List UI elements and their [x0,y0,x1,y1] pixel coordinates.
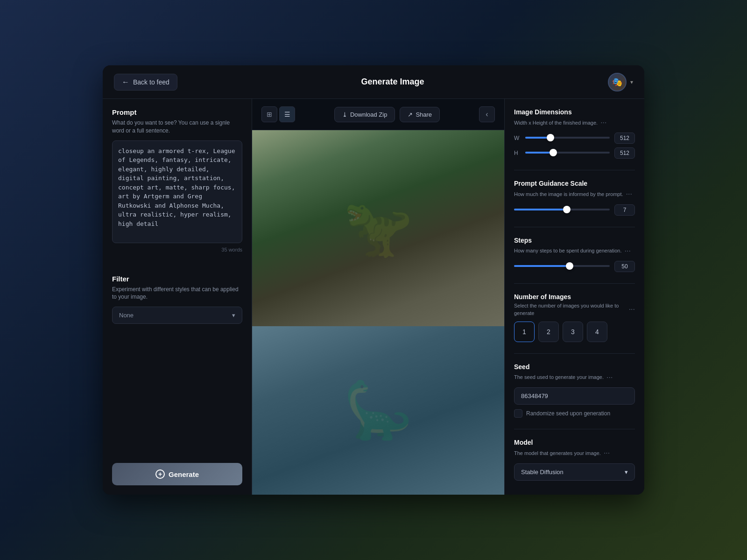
guidance-slider-row: 7 [514,204,635,216]
image-content-1: 🦖 [252,130,504,326]
width-label: W [514,135,521,141]
avatar: 🎭 [608,73,627,91]
filter-description: Experiment with different styles that ca… [112,286,242,301]
generated-image-1[interactable]: 🦖 [252,130,504,326]
seed-info-icon[interactable]: ··· [606,372,613,383]
right-panel: Image Dimensions Width x Height of the f… [504,99,644,495]
download-zip-button[interactable]: ⤓ Download Zip [334,107,395,122]
prompt-section: Prompt What do you want to see? You can … [112,108,242,260]
avatar-emoji: 🎭 [612,77,622,87]
generate-label: Generate [169,470,199,478]
steps-title: Steps [514,237,635,244]
list-view-button[interactable]: ☰ [279,106,295,122]
divider-2 [514,227,635,227]
back-label: Back to feed [133,78,169,86]
share-icon: ↗ [408,111,413,118]
guidance-info-icon[interactable]: ··· [626,189,632,199]
randomize-label: Randomize seed upon generation [526,410,610,417]
count-button-4[interactable]: 4 [587,322,607,342]
filter-section: Filter Experiment with different styles … [112,275,242,324]
width-value: 512 [614,133,635,144]
generate-button[interactable]: + Generate [112,463,242,485]
dimensions-desc: Width x Height of the finished image. ··… [514,118,635,128]
prompt-input[interactable]: closeup an armored t-rex, League of Lege… [112,140,242,243]
seed-desc: The seed used to generate your image. ··… [514,372,635,383]
divider-3 [514,283,635,284]
center-actions: ⤓ Download Zip ↗ Share [334,107,440,122]
download-icon: ⤓ [342,111,347,118]
guidance-desc: How much the image is informed by the pr… [514,189,635,199]
model-value: Stable Diffusion [521,469,564,476]
model-dropdown[interactable]: Stable Diffusion ▾ [514,463,635,481]
left-panel: Prompt What do you want to see? You can … [103,99,252,495]
count-button-2[interactable]: 2 [538,322,559,342]
guidance-slider[interactable] [514,209,610,211]
seed-title: Seed [514,363,635,371]
height-slider[interactable] [525,152,610,154]
image-count-row: 1 2 3 4 [514,322,635,342]
steps-slider-row: 50 [514,261,635,272]
model-info-icon[interactable]: ··· [604,448,610,458]
count-button-1[interactable]: 1 [514,322,535,342]
center-panel: ⊞ ☰ ⤓ Download Zip ↗ Share [252,99,504,495]
back-button[interactable]: ← Back to feed [114,74,177,91]
steps-value: 50 [614,261,635,272]
download-label: Download Zip [350,111,388,118]
width-slider[interactable] [525,137,610,140]
divider-1 [514,170,635,170]
randomize-row: Randomize seed upon generation [514,409,635,418]
steps-info-icon[interactable]: ··· [625,246,631,256]
width-slider-row: W 512 [514,133,635,144]
num-images-title: Number of Images [514,293,635,301]
plus-icon: + [155,469,165,479]
divider-5 [514,429,635,429]
chevron-down-icon: ▾ [625,469,628,476]
header: ← Back to feed Generate Image 🎭 ▾ [103,65,644,99]
filter-title: Filter [112,275,242,283]
list-icon: ☰ [284,111,290,118]
height-slider-row: H 512 [514,147,635,159]
dimensions-title: Image Dimensions [514,108,635,116]
randomize-checkbox[interactable] [514,409,522,418]
grid-icon: ⊞ [267,111,272,118]
seed-section: Seed The seed used to generate your imag… [514,363,635,418]
chevron-left-icon: ‹ [486,110,488,119]
image-content-2: 🦕 [252,326,504,495]
main-content: Prompt What do you want to see? You can … [103,99,644,495]
grid-view-button[interactable]: ⊞ [261,106,277,122]
guidance-value: 7 [614,204,635,216]
generated-image-2[interactable]: 🦕 [252,326,504,495]
word-count: 35 words [112,247,242,252]
model-desc: The model that generates your image. ··· [514,448,635,458]
height-label: H [514,150,521,156]
num-images-info-icon[interactable]: ··· [629,304,635,315]
center-toolbar: ⊞ ☰ ⤓ Download Zip ↗ Share [252,99,504,130]
prompt-title: Prompt [112,108,242,116]
filter-dropdown[interactable]: None ▾ [112,307,242,324]
filter-value: None [119,312,134,319]
steps-slider[interactable] [514,265,610,268]
images-grid: 🦖 🦕 [252,130,504,495]
dimensions-info-icon[interactable]: ··· [600,118,606,128]
prompt-description: What do you want to see? You can use a s… [112,119,242,135]
collapse-button[interactable]: ‹ [479,106,495,122]
view-toggle: ⊞ ☰ [261,106,295,122]
share-button[interactable]: ↗ Share [400,107,440,122]
app-window: ← Back to feed Generate Image 🎭 ▾ Prompt… [103,65,644,495]
guidance-title: Prompt Guidance Scale [514,180,635,187]
num-images-desc: Select the number of images you would li… [514,302,635,317]
chevron-down-icon: ▾ [232,312,235,319]
divider-4 [514,353,635,354]
height-value: 512 [614,147,635,159]
page-title: Generate Image [361,77,424,87]
user-menu[interactable]: 🎭 ▾ [608,73,633,91]
guidance-section: Prompt Guidance Scale How much the image… [514,180,635,215]
model-title: Model [514,439,635,446]
share-label: Share [416,111,432,118]
steps-desc: How many steps to be spent during genera… [514,246,635,256]
back-arrow-icon: ← [122,78,129,86]
count-button-3[interactable]: 3 [563,322,583,342]
chevron-down-icon: ▾ [630,79,633,85]
seed-input[interactable] [514,387,635,405]
model-section: Model The model that generates your imag… [514,439,635,480]
